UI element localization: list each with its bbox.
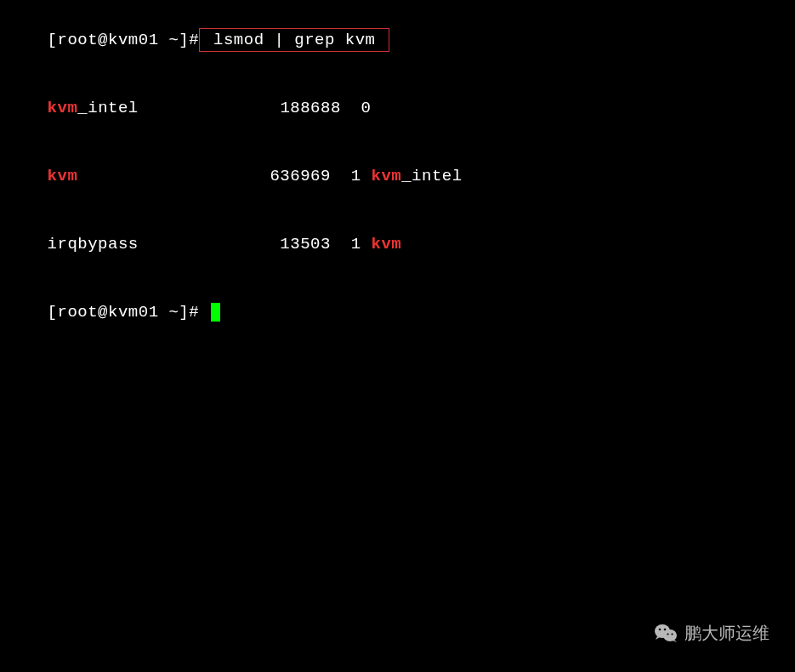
prompt-line-2: [root@kvm01 ~]# bbox=[7, 278, 788, 346]
svg-point-1 bbox=[663, 629, 677, 641]
module-name-suffix: irqbypass bbox=[48, 235, 139, 253]
cursor-block bbox=[211, 303, 220, 322]
module-name-highlight: kvm bbox=[48, 167, 78, 185]
output-line-irqbypass: irqbypass 13503 1 kvm bbox=[7, 210, 788, 278]
wechat-icon bbox=[654, 623, 678, 643]
command-text: lsmod | grep kvm bbox=[203, 31, 385, 49]
shell-prompt: [root@kvm01 ~]# bbox=[48, 31, 200, 49]
watermark: 鹏大师运维 bbox=[654, 621, 769, 645]
watermark-text: 鹏大师运维 bbox=[684, 621, 769, 645]
output-line-kvm: kvm 636969 1 kvm_intel bbox=[7, 143, 788, 211]
svg-point-2 bbox=[659, 629, 662, 631]
svg-point-5 bbox=[671, 633, 673, 635]
command-highlight-box: lsmod | grep kvm bbox=[199, 28, 389, 53]
module-stats: 13503 1 bbox=[139, 235, 372, 253]
dependency-highlight: kvm bbox=[371, 167, 401, 185]
prompt-line-1: [root@kvm01 ~]# lsmod | grep kvm bbox=[7, 5, 788, 75]
dependency-highlight: kvm bbox=[371, 235, 401, 253]
svg-point-3 bbox=[664, 629, 667, 631]
shell-prompt: [root@kvm01 ~]# bbox=[48, 303, 209, 322]
module-stats: 188688 0 bbox=[139, 99, 372, 117]
module-name-highlight: kvm bbox=[48, 99, 78, 117]
terminal-output[interactable]: [root@kvm01 ~]# lsmod | grep kvm kvm_int… bbox=[7, 5, 788, 346]
output-line-kvm-intel: kvm_intel 188688 0 bbox=[7, 75, 788, 143]
module-name-suffix: _intel bbox=[77, 99, 138, 117]
svg-point-4 bbox=[667, 633, 668, 635]
module-stats: 636969 1 bbox=[77, 167, 371, 185]
dependency-suffix: _intel bbox=[401, 167, 462, 185]
